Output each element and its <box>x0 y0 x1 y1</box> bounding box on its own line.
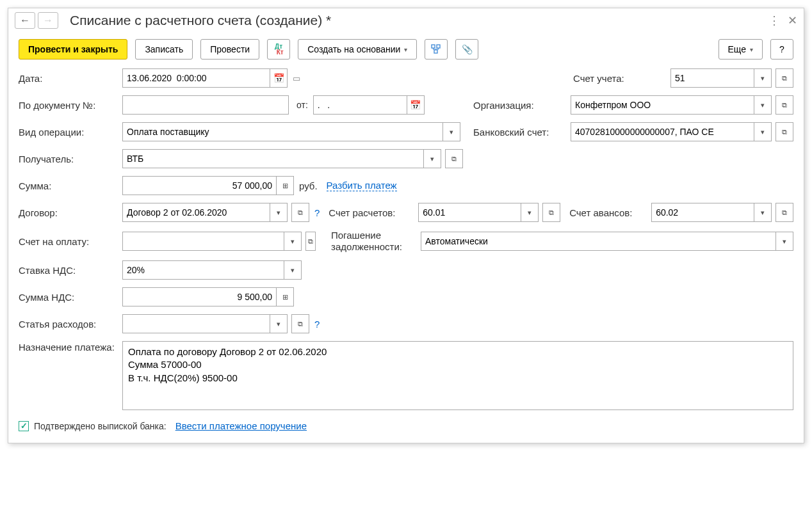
dtkt-button[interactable]: ДтКт <box>267 39 290 60</box>
debt-label: Погашение задолженности: <box>331 230 421 253</box>
open-icon[interactable]: ⧉ <box>775 68 793 88</box>
split-payment-link[interactable]: Разбить платеж <box>327 180 397 191</box>
currency-label: руб. <box>299 180 318 191</box>
open-icon[interactable]: ⧉ <box>291 203 309 222</box>
contract-label: Договор: <box>19 207 122 218</box>
calendar-icon[interactable]: 📅 <box>407 95 425 115</box>
calendar-icon[interactable]: 📅 <box>270 68 288 88</box>
optype-input[interactable] <box>122 122 443 141</box>
save-button[interactable]: Записать <box>135 39 193 60</box>
bankacc-input[interactable] <box>571 122 754 141</box>
open-icon[interactable]: ⧉ <box>775 203 793 222</box>
create-based-button[interactable]: Создать на основании ▾ <box>298 39 417 60</box>
expense-input[interactable] <box>122 314 270 333</box>
date-label: Дата: <box>19 73 122 84</box>
more-button[interactable]: Еще ▾ <box>719 39 763 60</box>
settle-acc-input[interactable] <box>418 203 521 222</box>
optype-label: Вид операции: <box>19 127 122 138</box>
post-button[interactable]: Провести <box>200 39 259 60</box>
svg-rect-2 <box>434 50 437 53</box>
help-button[interactable]: ? <box>770 39 793 60</box>
vat-rate-input[interactable] <box>122 260 284 280</box>
chevron-down-icon: ▾ <box>404 46 407 53</box>
calculator-icon[interactable]: ⊞ <box>276 176 294 195</box>
vat-sum-input[interactable] <box>122 287 276 306</box>
nav-back-button[interactable]: ← <box>15 12 35 29</box>
dropdown-icon[interactable]: ▾ <box>270 314 288 333</box>
advance-acc-input[interactable] <box>651 203 754 222</box>
vat-rate-label: Ставка НДС: <box>19 265 122 276</box>
advance-acc-label: Счет авансов: <box>569 207 651 218</box>
more-label: Еще <box>728 44 747 54</box>
open-icon[interactable]: ⧉ <box>775 122 793 141</box>
invoice-input[interactable] <box>122 232 284 251</box>
calculator-icon[interactable]: ⊞ <box>276 287 294 306</box>
bankacc-label: Банковский счет: <box>473 127 571 138</box>
recipient-label: Получатель: <box>19 154 122 164</box>
account-label: Счет учета: <box>573 73 670 84</box>
invoice-label: Счет на оплату: <box>19 236 122 247</box>
enter-order-link[interactable]: Ввести платежное поручение <box>175 420 307 431</box>
org-label: Организация: <box>473 100 571 111</box>
debt-input[interactable] <box>421 232 775 251</box>
org-input[interactable] <box>571 95 754 115</box>
vat-sum-label: Сумма НДС: <box>19 292 122 303</box>
recipient-input[interactable] <box>122 149 423 168</box>
open-icon[interactable]: ⧉ <box>305 232 316 251</box>
open-icon[interactable]: ⧉ <box>542 203 560 222</box>
svg-rect-0 <box>432 45 435 48</box>
form-icon[interactable]: ▭ <box>293 74 300 83</box>
attach-button[interactable]: 📎 <box>455 39 478 60</box>
create-based-label: Создать на основании <box>307 44 400 54</box>
dropdown-icon[interactable]: ▾ <box>754 203 772 222</box>
dropdown-icon[interactable]: ▾ <box>775 232 793 251</box>
kebab-menu-icon[interactable]: ⋮ <box>768 13 780 28</box>
open-icon[interactable]: ⧉ <box>445 149 463 168</box>
close-icon[interactable]: ✕ <box>788 13 797 28</box>
dropdown-icon[interactable]: ▾ <box>284 260 302 280</box>
from-label: от: <box>296 100 308 110</box>
account-input[interactable] <box>670 68 754 88</box>
paperclip-icon: 📎 <box>462 44 473 54</box>
help-icon[interactable]: ? <box>314 319 320 330</box>
dropdown-icon[interactable]: ▾ <box>443 122 460 141</box>
dropdown-icon[interactable]: ▾ <box>423 149 441 168</box>
from-date-input[interactable] <box>313 95 407 115</box>
purpose-label: Назначение платежа: <box>19 341 122 354</box>
settle-acc-label: Счет расчетов: <box>329 207 418 218</box>
docnum-input[interactable] <box>122 95 289 115</box>
confirmed-label: Подтверждено выпиской банка: <box>34 421 166 431</box>
dtkt-icon: ДтКт <box>274 44 284 55</box>
structure-button[interactable] <box>425 39 448 60</box>
contract-input[interactable] <box>122 203 270 222</box>
svg-rect-1 <box>437 45 440 48</box>
chevron-down-icon: ▾ <box>750 46 753 53</box>
expense-label: Статья расходов: <box>19 319 122 330</box>
window-title: Списание с расчетного счета (создание) * <box>70 13 768 28</box>
dropdown-icon[interactable]: ▾ <box>521 203 539 222</box>
dropdown-icon[interactable]: ▾ <box>754 68 772 88</box>
structure-icon <box>431 44 441 54</box>
open-icon[interactable]: ⧉ <box>775 95 793 115</box>
dropdown-icon[interactable]: ▾ <box>284 232 302 251</box>
confirmed-checkbox[interactable]: ✓ <box>19 421 29 431</box>
post-and-close-button[interactable]: Провести и закрыть <box>19 39 127 60</box>
help-icon[interactable]: ? <box>314 207 320 218</box>
dropdown-icon[interactable]: ▾ <box>270 203 288 222</box>
dropdown-icon[interactable]: ▾ <box>754 95 772 115</box>
docnum-label: По документу №: <box>19 100 122 111</box>
open-icon[interactable]: ⧉ <box>291 314 309 333</box>
dropdown-icon[interactable]: ▾ <box>754 122 772 141</box>
purpose-textarea[interactable] <box>122 341 793 410</box>
date-input[interactable] <box>122 68 270 88</box>
sum-label: Сумма: <box>19 180 122 191</box>
sum-input[interactable] <box>122 176 276 195</box>
nav-forward-button[interactable]: → <box>38 12 58 29</box>
